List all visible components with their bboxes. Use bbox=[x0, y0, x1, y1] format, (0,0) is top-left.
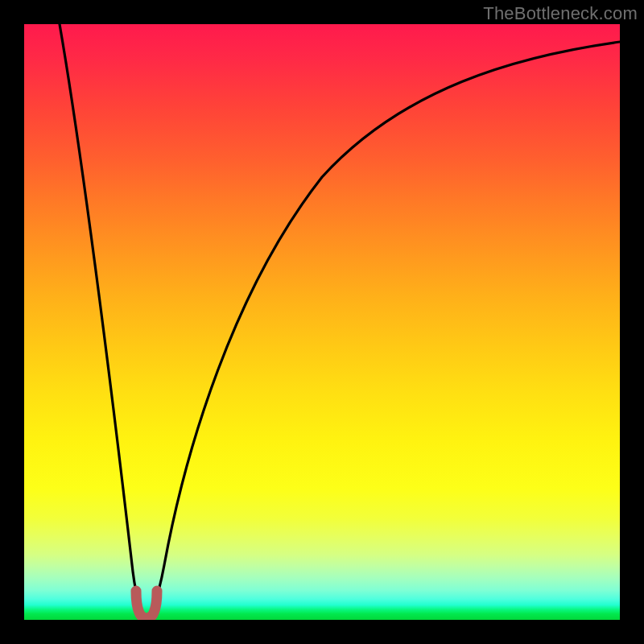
watermark-text: TheBottleneck.com bbox=[483, 3, 638, 24]
plot-area bbox=[24, 24, 620, 620]
chart-frame: TheBottleneck.com bbox=[0, 0, 644, 644]
bottleneck-curve bbox=[60, 24, 620, 617]
curve-layer bbox=[24, 24, 620, 620]
valley-marker-icon bbox=[136, 591, 157, 618]
